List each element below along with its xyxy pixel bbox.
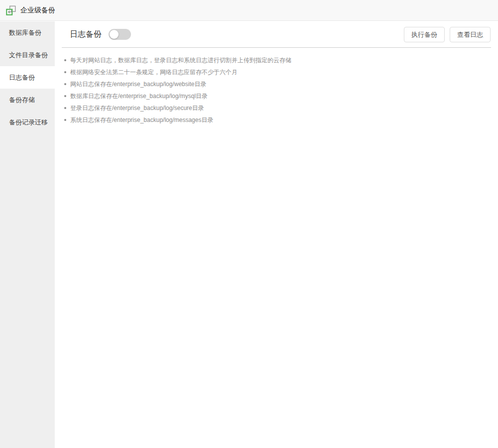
sidebar-item-file-directory-backup[interactable]: 文件目录备份 [0,44,55,66]
sidebar-item-label: 日志备份 [9,73,35,82]
app-title: 企业级备份 [20,6,55,15]
sidebar-item-backup-record-migration[interactable]: 备份记录迁移 [0,111,55,133]
page-title: 日志备份 [70,29,102,40]
view-logs-button[interactable]: 查看日志 [450,27,491,42]
note-item: 数据库日志保存在/enterprise_backup/log/mysql目录 [64,90,498,102]
note-item: 网站日志保存在/enterprise_backup/log/website目录 [64,78,498,90]
notes-list: 每天对网站日志，数据库日志，登录日志和系统日志进行切割并上传到指定的云存储 根据… [55,54,498,126]
run-backup-button[interactable]: 执行备份 [404,27,445,42]
app-header: 企业级备份 [0,0,498,21]
sidebar-item-label: 数据库备份 [9,28,41,37]
note-item: 根据网络安全法第二十一条规定，网络日志应留存不少于六个月 [64,66,498,78]
overlapping-squares-import-icon [6,5,16,15]
sidebar-item-label: 文件目录备份 [9,51,48,60]
sidebar-item-label: 备份存储 [9,96,35,105]
sidebar-item-database-backup[interactable]: 数据库备份 [0,21,55,44]
log-backup-toggle[interactable] [109,29,131,40]
note-item: 登录日志保存在/enterprise_backup/log/secure目录 [64,102,498,114]
sidebar-item-backup-storage[interactable]: 备份存储 [0,89,55,111]
toolbar: 日志备份 执行备份 查看日志 [55,21,498,47]
note-item: 系统日志保存在/enterprise_backup/log/messages目录 [64,114,498,126]
toolbar-divider [62,47,491,48]
sidebar-item-log-backup[interactable]: 日志备份 [0,66,55,89]
sidebar: 数据库备份 文件目录备份 日志备份 备份存储 备份记录迁移 [0,21,55,448]
note-item: 每天对网站日志，数据库日志，登录日志和系统日志进行切割并上传到指定的云存储 [64,54,498,66]
toggle-knob [110,30,119,39]
sidebar-item-label: 备份记录迁移 [9,118,48,127]
main-content: 日志备份 执行备份 查看日志 每天对网站日志，数据库日志，登录日志和系统日志进行… [55,21,498,448]
